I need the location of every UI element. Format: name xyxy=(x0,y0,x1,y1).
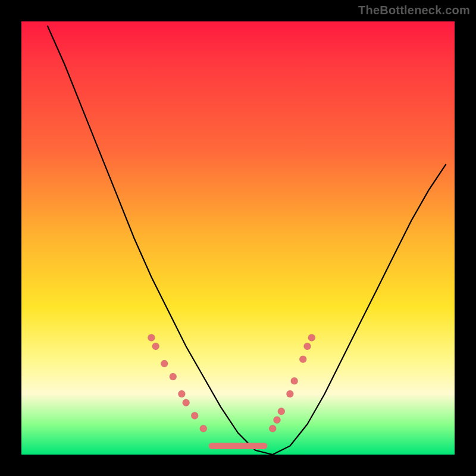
marker-dot xyxy=(183,399,190,406)
chart-stage: TheBottleneck.com xyxy=(0,0,476,476)
bottleneck-curve xyxy=(48,26,446,455)
marker-dot xyxy=(170,373,177,380)
marker-dot xyxy=(178,390,185,397)
marker-dot xyxy=(299,356,306,363)
marker-dot xyxy=(152,343,159,350)
marker-dot xyxy=(269,425,276,432)
marker-dot xyxy=(274,416,281,424)
curve-svg xyxy=(21,21,455,455)
marker-dot xyxy=(148,334,155,341)
marker-dot xyxy=(308,334,315,341)
marker-dot xyxy=(286,390,293,397)
marker-dots xyxy=(148,334,315,432)
marker-dot xyxy=(200,425,207,432)
plot-area xyxy=(21,21,455,455)
marker-dot xyxy=(191,412,198,419)
watermark-text: TheBottleneck.com xyxy=(358,4,470,17)
marker-dot xyxy=(278,408,285,415)
marker-dot xyxy=(303,343,311,350)
marker-dot xyxy=(291,377,298,384)
marker-dot xyxy=(161,360,168,367)
